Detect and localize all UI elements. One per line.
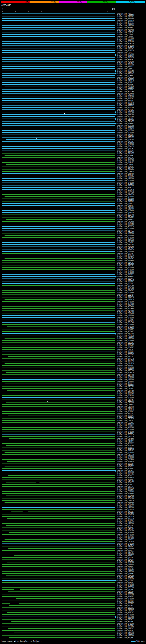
hit-label[interactable]: UniRef100_B3MPN4 [117, 625, 134, 627]
hit-label[interactable]: UniRef100_Q5CRU7 [117, 580, 134, 582]
hit-label[interactable]: UniRef100_A8PUF4 [117, 244, 134, 246]
hit-label[interactable]: UniRef100_UP1000... [117, 24, 138, 26]
hit-label[interactable]: UniRef100_UP1000... [117, 429, 138, 431]
hit-label[interactable]: UniRef100_B7FGL9 [117, 15, 134, 17]
hit-bar[interactable] [2, 429, 115, 430]
hit-bar[interactable] [2, 187, 115, 188]
hit-bar[interactable] [2, 244, 115, 245]
hit-label[interactable]: UniRef100_Q4Q2C0 [117, 130, 134, 132]
hit-bar[interactable] [2, 404, 115, 405]
hit-label[interactable]: UniRef100_C0PD22 [117, 52, 134, 54]
hit-bar[interactable] [2, 326, 115, 327]
hit-label[interactable]: UniRef100_B7P375 [117, 358, 134, 360]
hit-label[interactable]: UniRef100_B9WZP9 [117, 216, 134, 218]
hit-label[interactable]: UniRef100_C6SYS9 [117, 38, 134, 40]
hit-bar[interactable] [2, 54, 115, 55]
hit-label[interactable]: UniRef100_A6YM53 [117, 474, 134, 476]
hit-label[interactable]: UniRef100_B9W1T6 [117, 194, 134, 196]
hit-bar[interactable] [2, 114, 115, 115]
hit-label[interactable]: UniRef100_UP1000... [117, 614, 138, 616]
hit-label[interactable]: UniRef100_Q517L3 [117, 88, 134, 90]
hit-label[interactable]: UniRef100_C4Y1F2 [117, 207, 134, 209]
hit-bar[interactable] [2, 169, 115, 170]
hit-bar[interactable] [2, 91, 115, 92]
hit-label[interactable]: UniRef100_C5GW68 [117, 312, 134, 314]
hit-label[interactable]: UniRef100_A7TE69 [117, 260, 134, 262]
hit-label[interactable]: UniRef100_B6T8C6 [117, 95, 134, 97]
hit-label[interactable]: UniRef100_A6YM62 [117, 468, 134, 470]
hit-label[interactable]: UniRef100_Q6FRF5 [117, 374, 134, 376]
hit-bar[interactable] [2, 217, 115, 218]
hit-bar[interactable] [2, 448, 115, 448]
hit-label[interactable]: UniRef100_Q5VTL4 [117, 452, 134, 454]
hit-label[interactable]: UniRef100_B4NDA8 [117, 632, 134, 634]
hit-bar[interactable] [2, 441, 115, 441]
hit-label[interactable]: UniRef100_A9P7V2 [117, 104, 134, 106]
hit-label[interactable]: UniRef100_Q8ZII0 [117, 20, 134, 22]
hit-bar[interactable] [2, 427, 115, 428]
hit-label[interactable]: UniRef100_Q9VTP4 [117, 196, 134, 198]
hit-bar[interactable] [2, 637, 115, 638]
hit-label[interactable]: UniRef100_A2DR31 [117, 605, 134, 607]
hit-label[interactable]: UniRef100_Q2HJ66 [117, 285, 134, 287]
hit-bar[interactable] [2, 466, 115, 466]
hit-label[interactable]: UniRef100_Q6EE54 [117, 463, 134, 465]
hit-bar[interactable] [2, 386, 115, 386]
hit-bar[interactable] [2, 80, 115, 80]
hit-label[interactable]: UniRef100_Q3UR61 [117, 253, 134, 255]
hit-bar[interactable] [2, 36, 115, 37]
hit-bar[interactable] [2, 484, 115, 485]
hit-label[interactable]: UniRef100_UP1000... [117, 317, 138, 319]
hit-bar[interactable] [2, 578, 115, 578]
hit-label[interactable]: UniRef100_O14363 [117, 262, 134, 264]
hit-label[interactable]: UniRef100_C5YN77 [117, 68, 134, 70]
hit-bar[interactable] [2, 630, 115, 631]
hit-label[interactable]: UniRef100_C4JT51 [117, 440, 134, 442]
hit-label[interactable]: UniRef100_B6K3D8 [117, 287, 134, 289]
hit-label[interactable]: UniRef100_A8IBM4 [117, 577, 134, 579]
hit-label[interactable]: UniRef100_Q56FB8 [117, 173, 134, 175]
hit-label[interactable]: UniRef100_C7S2T0 [117, 418, 134, 420]
hit-bar[interactable] [2, 292, 115, 293]
hit-label[interactable]: UniRef100_B7F9R7 [117, 59, 134, 61]
hit-label[interactable]: UniRef100_B6QR62 [117, 354, 134, 356]
hit-label[interactable]: UniRef100_B8NIL3 [117, 365, 134, 367]
hit-bar[interactable] [2, 96, 115, 96]
hit-bar[interactable] [2, 614, 115, 615]
hit-label[interactable]: UniRef100_Q65LV1 [117, 282, 134, 285]
hit-bar[interactable] [2, 107, 115, 108]
hit-bar[interactable] [2, 224, 115, 224]
hit-label[interactable]: UniRef100_A6YM52 [117, 484, 134, 486]
hit-label[interactable]: UniRef100_C6T5C1 [117, 31, 134, 33]
hit-bar[interactable] [2, 505, 115, 505]
hit-bar[interactable] [2, 486, 115, 487]
hit-label[interactable]: UniRef100_C1H916 [117, 500, 134, 502]
hit-label[interactable]: UniRef100_B6I155 [117, 54, 134, 56]
hit-bar[interactable] [2, 635, 115, 636]
hit-label[interactable]: UniRef100_Q4PM05 [117, 449, 134, 452]
hit-bar[interactable] [2, 573, 115, 574]
hit-label[interactable]: UniRef100_B9AGN8 [117, 114, 134, 116]
hit-bar[interactable] [2, 345, 115, 346]
hit-label[interactable]: UniRef100_B2W062 [117, 290, 134, 292]
hit-bar[interactable] [2, 160, 115, 160]
hit-bar[interactable] [2, 174, 115, 174]
hit-bar[interactable] [2, 352, 115, 352]
hit-bar[interactable] [2, 452, 115, 453]
hit-bar[interactable] [2, 329, 115, 330]
hit-label[interactable]: UniRef100_UP1000... [117, 292, 138, 294]
hit-label[interactable]: UniRef100_Q5R1D8 [117, 303, 134, 305]
hit-bar[interactable] [2, 30, 115, 30]
hit-label[interactable]: UniRef100_B3L3L4 [117, 568, 134, 570]
hit-label[interactable]: UniRef100_A9I4T2 [117, 127, 134, 129]
hit-bar[interactable] [2, 288, 115, 288]
hit-label[interactable]: UniRef100_UP1000... [117, 522, 138, 524]
hit-label[interactable]: UniRef100_Q29DY4 [117, 150, 134, 152]
hit-label[interactable]: UniRef100_A6N0M6 [117, 246, 134, 248]
hit-label[interactable]: UniRef100_Q7S5B9 [117, 386, 134, 388]
hit-label[interactable]: UniRef100_A6RN50 [117, 372, 134, 374]
hit-bar[interactable] [2, 38, 115, 39]
hit-label[interactable]: UniRef100_A5DBR4 [117, 175, 134, 177]
hit-bar[interactable] [2, 347, 115, 348]
hit-label[interactable]: UniRef100_P59231 [117, 13, 134, 15]
